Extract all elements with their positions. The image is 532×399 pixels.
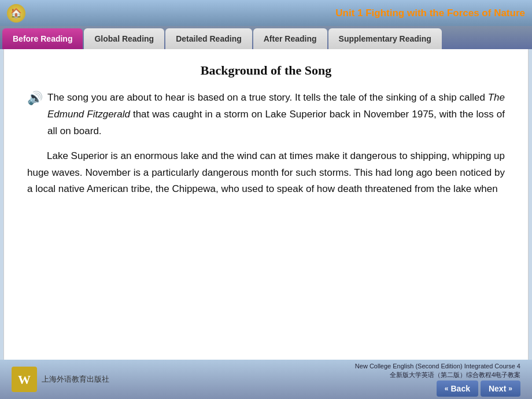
content-body: 🔊 The song you are about to hear is base… — [27, 90, 505, 198]
publisher-name: 上海外语教育出版社 — [42, 374, 109, 385]
back-button[interactable]: « Back — [437, 380, 478, 397]
nav-buttons: « Back Next » — [437, 380, 520, 397]
paragraph-1-text: The song you are about to hear is based … — [47, 90, 505, 140]
content-title: Background of the Song — [27, 63, 505, 78]
publisher-logo-icon: W — [12, 367, 37, 392]
credit-line1: New College English (Second Edition) Int… — [355, 363, 520, 370]
tab-before-reading[interactable]: Before Reading — [2, 28, 83, 49]
tab-after-reading[interactable]: After Reading — [253, 28, 327, 49]
speaker-icon[interactable]: 🔊 — [27, 92, 43, 105]
tab-global-reading[interactable]: Global Reading — [84, 28, 164, 49]
publisher-logo: W 上海外语教育出版社 — [12, 367, 109, 392]
home-logo-icon[interactable]: 🏠 — [7, 4, 25, 23]
next-label: Next — [489, 384, 506, 393]
credit-line2: 全新版大学英语（第二版）综合教程4电子教案 — [390, 371, 520, 379]
back-left-arrow: « — [445, 385, 449, 393]
tab-supplementary-reading[interactable]: Supplementary Reading — [328, 28, 442, 49]
tab-bar: Before Reading Global Reading Detailed R… — [0, 26, 532, 49]
bottom-bar: W 上海外语教育出版社 New College English (Second … — [0, 360, 532, 399]
back-label: Back — [450, 384, 470, 393]
tab-detailed-reading[interactable]: Detailed Reading — [165, 28, 252, 49]
next-button[interactable]: Next » — [481, 380, 520, 397]
bottom-right: New College English (Second Edition) Int… — [355, 363, 520, 397]
paragraph-1: 🔊 The song you are about to hear is base… — [27, 90, 505, 140]
svg-text:W: W — [18, 372, 31, 387]
unit-title: Unit 1 Fighting with the Forces of Natur… — [25, 8, 525, 19]
header-bar: 🏠 Unit 1 Fighting with the Forces of Nat… — [0, 0, 532, 26]
main-content: Background of the Song 🔊 The song you ar… — [3, 49, 529, 361]
paragraph-2-text: Lake Superior is an enormous lake and th… — [27, 148, 505, 198]
next-right-arrow: » — [508, 385, 512, 393]
